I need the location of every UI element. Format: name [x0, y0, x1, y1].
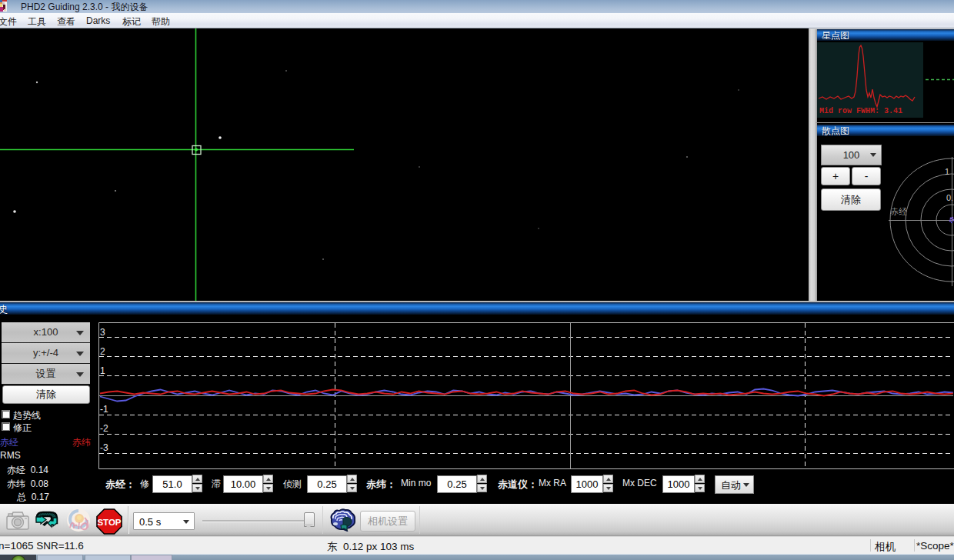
svg-text:1: 1 [100, 365, 105, 376]
svg-text:赤经: 赤经 [890, 207, 908, 216]
svg-text:STOP: STOP [97, 518, 121, 527]
svg-text:0.: 0. [946, 193, 953, 202]
svg-text:Mid row FWHM: 3.41: Mid row FWHM: 3.41 [819, 107, 902, 115]
svg-text:-1: -1 [100, 404, 108, 415]
svg-text:-3: -3 [100, 442, 108, 453]
svg-text:-2: -2 [100, 423, 108, 434]
svg-text:1: 1 [945, 167, 949, 176]
svg-text:2: 2 [100, 346, 105, 357]
svg-text:3: 3 [100, 327, 105, 338]
